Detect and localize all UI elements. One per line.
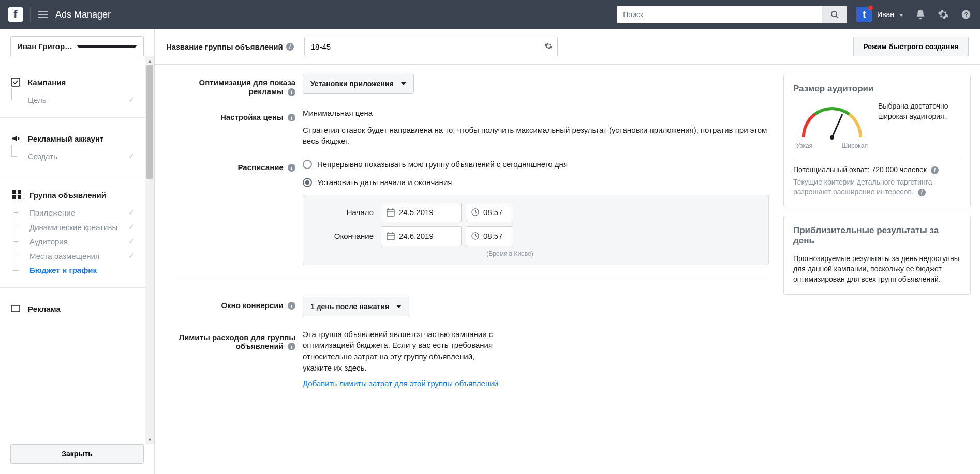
ad-set-icon (12, 190, 22, 200)
timezone-note: (Время в Киеве) (314, 250, 758, 257)
info-icon[interactable]: i (918, 189, 926, 196)
svg-rect-10 (387, 209, 394, 216)
price-strategy-title: Минимальная цена (303, 109, 769, 117)
user-name-label: Иван (877, 10, 894, 19)
audience-size-title: Размер аудитории (793, 84, 961, 94)
check-icon: ✓ (128, 251, 135, 261)
nav-ad-set-audience[interactable]: Аудитория ✓ (2, 234, 145, 249)
nav-ad-label: Реклама (28, 304, 135, 313)
add-spend-limits-link[interactable]: Добавить лимиты затрат для этой группы о… (303, 379, 499, 388)
start-date-label: Начало (314, 208, 381, 217)
schedule-label: Расписание (238, 163, 284, 172)
svg-rect-4 (11, 78, 20, 86)
info-icon[interactable]: i (288, 343, 295, 350)
ad-set-name-input[interactable] (304, 37, 558, 56)
notifications-icon[interactable] (915, 9, 926, 20)
user-avatar[interactable]: t (856, 7, 872, 22)
nav-ad-set-app[interactable]: Приложение ✓ (2, 205, 145, 220)
radio-checked-icon (303, 178, 312, 187)
nav-ad-account-label: Рекламный аккаунт (28, 134, 135, 143)
svg-rect-8 (18, 195, 21, 199)
optimization-dropdown[interactable]: Установки приложения (303, 74, 414, 94)
audience-size-panel: Размер аудитории Узкая (783, 74, 971, 207)
clock-icon (471, 208, 479, 216)
info-icon[interactable]: i (286, 43, 294, 51)
svg-rect-9 (11, 305, 20, 312)
divider (0, 174, 145, 174)
nav-campaign-label: Кампания (28, 78, 135, 87)
svg-rect-6 (18, 190, 21, 194)
main-header: Название группы объявлений i Режим быстр… (155, 29, 980, 65)
info-icon[interactable]: i (288, 114, 295, 121)
svg-point-0 (831, 11, 837, 17)
nav-ad-set-budget[interactable]: Бюджет и график (2, 263, 145, 277)
start-time-input[interactable]: 08:57 (466, 203, 513, 222)
check-icon: ✓ (128, 237, 135, 246)
user-menu[interactable]: Иван (877, 10, 903, 19)
end-time-input[interactable]: 08:57 (466, 226, 513, 246)
nav-ad[interactable]: Реклама (0, 298, 145, 319)
gauge-wide-label: Широкая (842, 142, 868, 149)
daily-estimates-body: Прогнозируемые результаты за день недост… (793, 253, 961, 285)
radio-icon (303, 160, 312, 169)
divider (0, 117, 145, 118)
settings-icon[interactable] (938, 9, 949, 20)
scroll-up-icon[interactable]: ▲ (145, 56, 154, 65)
chevron-down-icon (401, 82, 406, 85)
price-strategy-description: Стратегия ставок будет направлена на то,… (303, 125, 769, 146)
divider (793, 158, 961, 158)
nav-ad-set[interactable]: Группа объявлений (2, 185, 145, 205)
check-icon: ✓ (128, 151, 135, 161)
conversion-window-dropdown[interactable]: 1 день после нажатия (303, 297, 409, 316)
gear-icon[interactable] (544, 42, 553, 52)
search-icon (830, 10, 839, 19)
nav-campaign[interactable]: Кампания (0, 72, 145, 93)
calendar-icon (387, 232, 395, 240)
nav-campaign-goal[interactable]: Цель ✓ (0, 93, 145, 107)
search-input[interactable] (617, 6, 822, 23)
schedule-date-range: Начало 24.5.2019 08:57 (303, 195, 769, 265)
nav-ad-set-label: Группа объявлений (29, 191, 135, 200)
svg-text:?: ? (964, 11, 968, 18)
ad-icon (10, 303, 21, 314)
menu-icon[interactable] (38, 11, 48, 18)
account-selector[interactable]: Иван Григорьев (231978... (10, 36, 144, 56)
top-bar: f Ads Manager t Иван ? (0, 0, 980, 29)
ad-set-name-label: Название группы объявлений (166, 42, 283, 51)
check-icon: ✓ (128, 95, 135, 104)
svg-rect-5 (12, 190, 16, 194)
schedule-option-dates[interactable]: Установить даты начала и окончания (303, 177, 769, 188)
info-icon[interactable]: i (288, 164, 295, 172)
info-icon[interactable]: i (931, 166, 939, 174)
svg-rect-7 (12, 195, 16, 199)
targeting-expansion-note: Текущие критерии детального таргетинга р… (793, 178, 932, 196)
global-search (617, 6, 847, 23)
form-area: Оптимизация для показа рекламы i Установ… (155, 65, 783, 474)
nav-ad-account[interactable]: Рекламный аккаунт (0, 128, 145, 149)
svg-point-21 (830, 135, 834, 140)
conversion-window-label: Окно конверсии (221, 301, 283, 310)
search-button[interactable] (822, 6, 847, 23)
scroll-down-icon[interactable]: ▼ (145, 435, 154, 444)
end-date-input[interactable]: 24.6.2019 (381, 226, 462, 246)
spend-limits-label: Лимиты расходов для группы объявлений (179, 333, 296, 350)
sidebar-scrollbar[interactable]: ▲ ▼ (145, 56, 154, 444)
daily-estimates-panel: Приблизительные результаты за день Прогн… (783, 216, 971, 295)
info-icon[interactable]: i (288, 88, 295, 96)
nav-ad-set-dynamic[interactable]: Динамические креативы ✓ (2, 220, 145, 234)
facebook-logo-icon[interactable]: f (8, 7, 23, 22)
nav-ad-set-placements[interactable]: Места размещения ✓ (2, 249, 145, 263)
info-icon[interactable]: i (288, 302, 295, 310)
schedule-option-continuous[interactable]: Непрерывно показывать мою группу объявле… (303, 159, 769, 170)
sidebar-nav: Кампания Цель ✓ Рекламный аккаунт Создат… (0, 56, 145, 444)
close-button[interactable]: Закрыть (10, 444, 144, 464)
scroll-thumb[interactable] (146, 65, 153, 179)
nav-ad-account-create[interactable]: Создать ✓ (0, 149, 145, 163)
help-icon[interactable]: ? (960, 9, 972, 20)
start-date-input[interactable]: 24.5.2019 (381, 203, 462, 222)
gauge-narrow-label: Узкая (796, 142, 812, 149)
svg-rect-15 (387, 233, 394, 240)
clock-icon (471, 232, 479, 240)
quick-create-mode-button[interactable]: Режим быстрого создания (853, 37, 969, 56)
account-name: Иван Григорьев (231978... (17, 42, 73, 51)
